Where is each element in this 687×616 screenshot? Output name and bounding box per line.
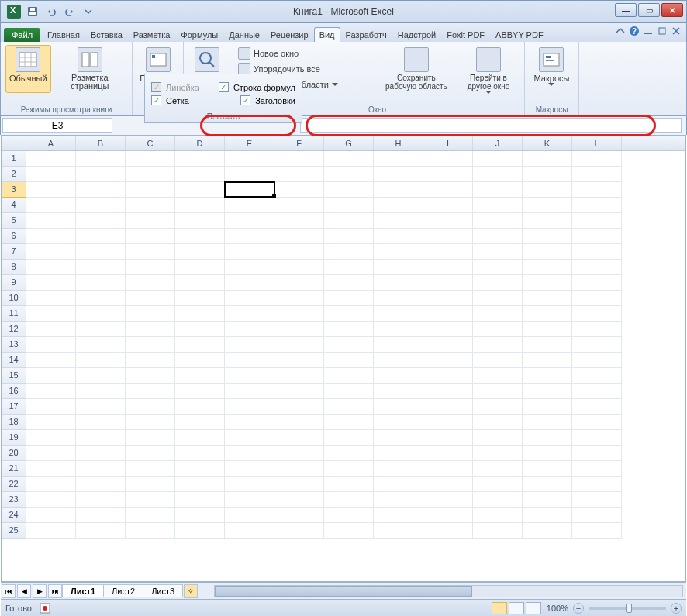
row-header-12[interactable]: 12 <box>2 322 26 337</box>
cell[interactable] <box>523 492 572 508</box>
tab-abbyy[interactable]: ABBYY PDF <box>490 27 549 42</box>
row-header-23[interactable]: 23 <box>2 492 26 508</box>
cell[interactable] <box>374 151 423 167</box>
cell[interactable] <box>423 182 473 198</box>
cell[interactable] <box>225 430 274 446</box>
row-header-20[interactable]: 20 <box>2 446 26 461</box>
sheet-nav-first[interactable]: ⏮ <box>2 584 16 598</box>
cell[interactable] <box>274 275 324 291</box>
cell[interactable] <box>175 430 225 446</box>
cell[interactable] <box>374 198 423 213</box>
cell[interactable] <box>225 322 274 337</box>
cell[interactable] <box>523 213 572 229</box>
cell[interactable] <box>274 492 324 508</box>
cell[interactable] <box>423 368 473 384</box>
row-header-14[interactable]: 14 <box>2 353 26 368</box>
row-header-10[interactable]: 10 <box>2 291 26 306</box>
cell[interactable] <box>225 198 274 213</box>
cell[interactable] <box>76 182 126 198</box>
row-header-13[interactable]: 13 <box>2 337 26 353</box>
cell[interactable] <box>473 167 523 182</box>
cell[interactable] <box>473 198 523 213</box>
cell[interactable] <box>175 415 225 430</box>
cell[interactable] <box>473 508 523 523</box>
sheet-tab-1[interactable]: Лист1 <box>62 584 104 597</box>
cell[interactable] <box>473 291 523 306</box>
cell[interactable] <box>423 492 473 508</box>
cell[interactable] <box>26 384 76 399</box>
cell[interactable] <box>26 492 76 508</box>
tab-view[interactable]: Вид <box>314 27 340 42</box>
sheet-nav-last[interactable]: ⏭ <box>48 584 62 598</box>
cell[interactable] <box>225 368 274 384</box>
cell[interactable] <box>274 508 324 523</box>
gridlines-label[interactable]: Сетка <box>166 96 189 105</box>
cell[interactable] <box>225 461 274 477</box>
page-layout-status-button[interactable] <box>509 602 524 614</box>
cell[interactable] <box>523 260 572 275</box>
row-header-3[interactable]: 3 <box>2 182 26 198</box>
row-header-6[interactable]: 6 <box>2 229 26 244</box>
cell[interactable] <box>225 337 274 353</box>
zoom-out-button[interactable]: − <box>573 603 584 614</box>
help-icon[interactable]: ? <box>629 26 640 36</box>
cell[interactable] <box>374 182 423 198</box>
cell[interactable] <box>225 244 274 260</box>
cell[interactable] <box>274 430 324 446</box>
cell[interactable] <box>76 260 126 275</box>
cell[interactable] <box>473 213 523 229</box>
cell[interactable] <box>523 322 572 337</box>
zoom-percent[interactable]: 100% <box>547 604 568 613</box>
cell[interactable] <box>324 229 374 244</box>
new-sheet-button[interactable]: ✧ <box>184 584 198 598</box>
cell[interactable] <box>76 306 126 322</box>
sheet-nav-prev[interactable]: ◀ <box>17 584 31 598</box>
cell[interactable] <box>126 492 175 508</box>
cell[interactable] <box>274 415 324 430</box>
gridlines-checkbox[interactable]: ✓ <box>151 95 161 105</box>
cell[interactable] <box>473 415 523 430</box>
cell[interactable] <box>572 260 622 275</box>
cell[interactable] <box>423 384 473 399</box>
cell[interactable] <box>473 353 523 368</box>
row-header-15[interactable]: 15 <box>2 368 26 384</box>
cell[interactable] <box>274 198 324 213</box>
cell[interactable] <box>423 477 473 492</box>
cell[interactable] <box>324 260 374 275</box>
cell[interactable] <box>225 508 274 523</box>
worksheet-grid[interactable]: ABCDEFGHIJKL 123456789101112131415161718… <box>1 135 686 582</box>
cell[interactable] <box>274 244 324 260</box>
row-header-19[interactable]: 19 <box>2 430 26 446</box>
cell[interactable] <box>126 399 175 415</box>
cell[interactable] <box>572 151 622 167</box>
cell[interactable] <box>26 415 76 430</box>
row-header-5[interactable]: 5 <box>2 213 26 229</box>
row-header-24[interactable]: 24 <box>2 508 26 523</box>
cell[interactable] <box>76 244 126 260</box>
cell[interactable] <box>175 182 225 198</box>
redo-icon[interactable] <box>61 3 78 20</box>
split-icon[interactable] <box>344 46 358 60</box>
cell[interactable] <box>374 167 423 182</box>
cell[interactable] <box>423 322 473 337</box>
cell[interactable] <box>523 275 572 291</box>
cell[interactable] <box>423 198 473 213</box>
cell[interactable] <box>374 306 423 322</box>
row-header-17[interactable]: 17 <box>2 399 26 415</box>
cell[interactable] <box>76 508 126 523</box>
cell[interactable] <box>225 229 274 244</box>
row-header-16[interactable]: 16 <box>2 384 26 399</box>
cell[interactable] <box>76 275 126 291</box>
cell[interactable] <box>126 182 175 198</box>
cell[interactable] <box>126 508 175 523</box>
cell[interactable] <box>26 353 76 368</box>
horizontal-scrollbar[interactable] <box>214 585 683 597</box>
cell[interactable] <box>225 523 274 539</box>
sheet-tab-3[interactable]: Лист3 <box>143 584 183 597</box>
cell[interactable] <box>523 229 572 244</box>
cell[interactable] <box>523 198 572 213</box>
cell[interactable] <box>523 182 572 198</box>
cell[interactable] <box>523 353 572 368</box>
cell[interactable] <box>523 337 572 353</box>
cell[interactable] <box>572 353 622 368</box>
